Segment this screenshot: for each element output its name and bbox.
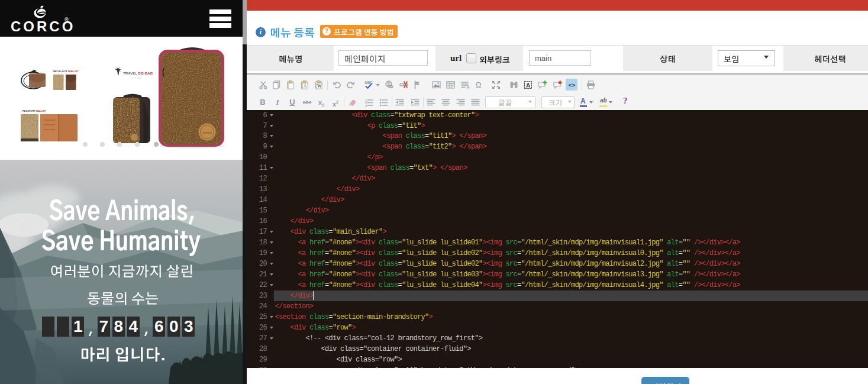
svg-text:Ω: Ω: [475, 80, 481, 89]
svg-text:PASSPORT WALLET: PASSPORT WALLET: [22, 109, 46, 112]
svg-text:W: W: [317, 83, 321, 89]
svg-text:A: A: [467, 85, 470, 89]
svg-text:A: A: [303, 83, 306, 89]
svg-text:C O R K: C O R K: [131, 77, 142, 79]
svg-text:corco: corco: [202, 130, 212, 135]
svg-text:NECKLACE WALLET: NECKLACE WALLET: [53, 70, 79, 73]
svg-text:TRAVEL GO BAG: TRAVEL GO BAG: [123, 71, 153, 75]
svg-text:<>: <>: [568, 82, 575, 89]
svg-text:3: 3: [365, 104, 367, 107]
svg-text:A: A: [525, 82, 530, 89]
